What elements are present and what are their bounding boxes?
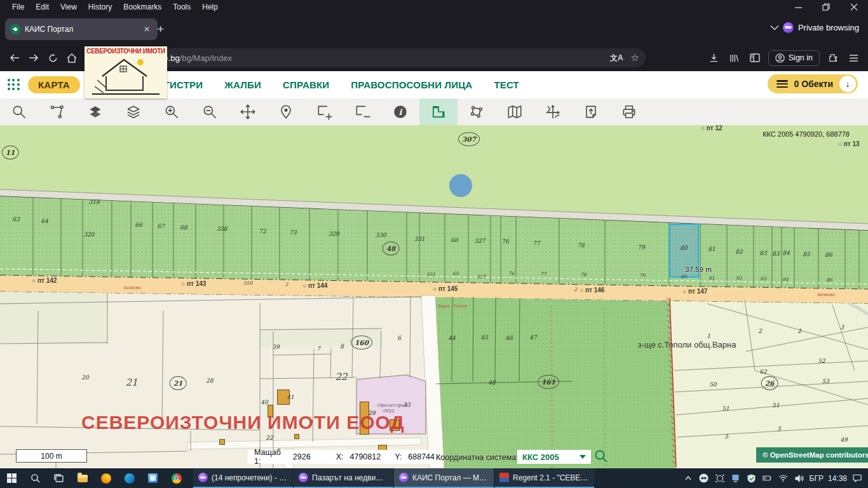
url-bar[interactable]: kais.cadastre.bg/bg/Map/Index 文A ☆ [86,48,646,67]
extensions-puzzle-icon[interactable] [824,49,843,67]
tool-location-pin-button[interactable] [267,98,305,125]
menu-history[interactable]: History [83,1,118,13]
zoom-in-icon [163,104,180,120]
signin-button[interactable]: Sign in [768,50,820,66]
map-canvas[interactable]: 30711пт 12пт 133196364320666768328727332… [0,125,868,468]
tool-rect-plus-button[interactable] [305,98,343,125]
tool-search-button[interactable] [0,98,38,125]
capture-tray-icon[interactable] [714,474,726,482]
layers-filled-icon [87,104,104,120]
tool-zoom-in-button[interactable] [153,98,191,125]
firefox-icon[interactable] [94,468,118,488]
tool-export-button[interactable] [572,98,610,125]
taskbar-window[interactable]: Пазарът на недвижи... [294,468,393,488]
tab-favicon-icon [10,24,20,34]
restore-button[interactable] [812,0,840,14]
objects-burger-icon [776,80,788,88]
close-button[interactable] [840,0,868,14]
chrome-icon[interactable] [165,468,188,488]
back-icon[interactable] [5,49,24,67]
firefox-private-icon [299,473,308,482]
tray-clock[interactable]: 14:38 [828,474,847,483]
zoom-out-icon [201,104,218,120]
wifi-tray-icon[interactable] [778,475,789,482]
site-nav-правоспособни-лица[interactable]: ПРАВОСПОСОБНИ ЛИЦА [351,79,472,90]
tool-map-sheet-button[interactable] [496,98,534,125]
minimize-button[interactable] [784,0,812,14]
library-icon[interactable] [725,49,744,67]
menu-bookmarks[interactable]: Bookmarks [118,1,167,13]
photos-app-icon[interactable] [141,468,165,488]
teamviewer-tray-icon[interactable] [698,473,710,483]
x-value: 4790812 [349,452,381,461]
tool-layers-button[interactable] [114,98,153,125]
rect-minus-icon [354,104,370,120]
measure-point-marker[interactable] [449,174,472,197]
home-icon[interactable] [62,49,81,67]
taskbar-search-icon[interactable] [24,468,47,488]
list-tabs-chevron-icon[interactable] [770,25,779,30]
taskbar-window[interactable]: (14 непрочетени) - А... [193,468,293,488]
objects-expand-icon[interactable]: ↓ [839,76,856,92]
browser-menubar: FileEditViewHistoryBookmarksToolsHelp [0,0,868,14]
taskbar-window[interactable]: КАИС Портал — Mo... [394,468,494,488]
taskbar-window[interactable]: Regent 2.1 - "СЕВЕРО... [494,468,594,488]
taskbar-window-title: КАИС Портал — Mo... [412,473,489,482]
downloads-icon[interactable] [705,49,724,67]
tool-zoom-out-button[interactable] [191,98,229,125]
tab-close-icon[interactable]: ✕ [141,24,153,35]
power-tray-icon[interactable] [762,475,773,482]
tool-snap-button[interactable] [38,98,76,125]
signin-label: Sign in [789,53,813,62]
menu-tools[interactable]: Tools [167,1,196,13]
sidebar-icon[interactable] [745,49,764,67]
site-nav-карта[interactable]: КАРТА [28,76,80,93]
task-windows: (14 непрочетени) - А...Пазарът на недвиж… [193,468,595,488]
display-tray-icon[interactable] [730,474,742,482]
tool-pan-button[interactable] [229,98,267,125]
region-label: з-ще с.Тополи общ.Варна [638,340,736,349]
tool-measure-button[interactable] [419,98,458,125]
tool-coordinate-grid-button[interactable] [534,98,572,125]
scale-value: 2926 [293,452,311,461]
hidden-icons-chevron-icon[interactable] [682,476,694,480]
tool-rect-minus-button[interactable] [343,98,381,125]
app-menu-icon[interactable] [844,49,863,67]
objects-button[interactable]: 0 Обекти ↓ [768,74,858,93]
task-view-icon[interactable] [47,468,71,488]
notification-center-icon[interactable] [851,474,863,482]
screen: FileEditViewHistoryBookmarksToolsHelp КА… [0,0,868,488]
tool-layers-filled-button[interactable] [76,98,114,125]
new-tab-button[interactable]: + [153,22,168,36]
site-nav-жалби[interactable]: ЖАЛБИ [224,79,261,90]
snap-icon [49,104,65,120]
start-button[interactable] [0,468,24,488]
menu-file[interactable]: File [6,1,30,13]
menu-view[interactable]: View [55,1,83,13]
tool-info-button[interactable]: i [381,98,419,125]
forward-icon[interactable] [24,49,43,67]
apps-grid-icon[interactable] [8,79,20,92]
translate-icon[interactable]: 文A [610,53,623,64]
edge-icon[interactable] [118,468,141,488]
objects-count-label: 0 Обекти [794,79,833,89]
reload-icon[interactable] [43,49,62,67]
map-search-icon[interactable] [593,449,609,464]
file-explorer-icon[interactable] [71,468,94,488]
osm-attribution[interactable]: © OpenStreetMap contributors. [756,447,868,463]
tab-strip: КАИС Портал ✕ + Private browsing [0,14,868,44]
site-nav-тест[interactable]: ТЕСТ [494,79,519,90]
info-icon: i [392,104,409,120]
menu-edit[interactable]: Edit [30,1,55,13]
tab-kais-portal[interactable]: КАИС Портал ✕ [5,18,158,40]
tool-print-button[interactable] [610,98,648,125]
menu-help[interactable]: Help [196,1,224,13]
volume-tray-icon[interactable] [794,475,805,482]
defender-tray-icon[interactable] [746,474,757,483]
tray-language[interactable]: БГР [810,474,824,483]
bookmark-star-icon[interactable]: ☆ [631,52,639,64]
crs-select[interactable]: ККС 2005 [517,450,591,464]
tool-polygon-measure-button[interactable] [458,98,496,125]
site-nav-справки[interactable]: СПРАВКИ [283,79,329,90]
house-sketch-icon [91,55,161,95]
